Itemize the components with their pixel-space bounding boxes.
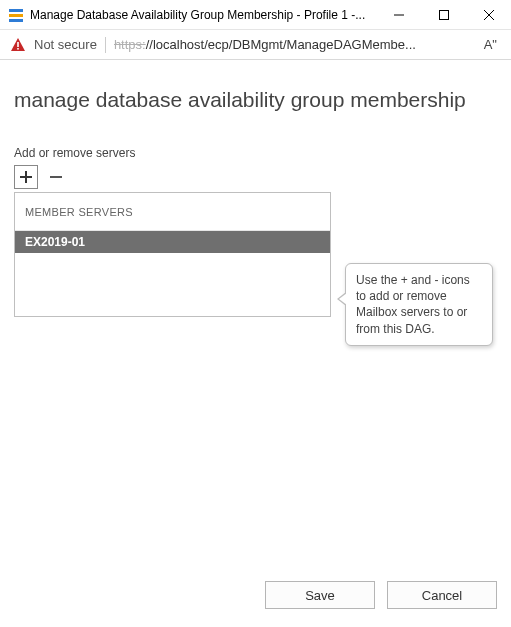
svg-rect-1 [9,14,23,17]
app-icon [8,7,24,23]
remove-server-button[interactable] [44,165,68,189]
window-title: Manage Database Availability Group Membe… [30,8,376,22]
address-bar: Not secure https://localhost/ecp/DBMgmt/… [0,30,511,60]
svg-rect-2 [9,19,23,22]
save-button[interactable]: Save [265,581,375,609]
member-servers-grid: MEMBER SERVERS EX2019-01 [14,192,331,317]
table-row[interactable]: EX2019-01 [15,231,330,253]
address-divider [105,37,106,53]
not-secure-icon [10,37,26,53]
section-label: Add or remove servers [14,146,497,160]
page-title: manage database availability group membe… [14,88,497,112]
url-path: //localhost/ecp/DBMgmt/ManageDAGMembe... [146,37,416,52]
add-server-button[interactable] [14,165,38,189]
url-protocol: https: [114,37,146,52]
url-text[interactable]: https://localhost/ecp/DBMgmt/ManageDAGMe… [114,37,472,52]
window-titlebar: Manage Database Availability Group Membe… [0,0,511,30]
window-close-button[interactable] [466,0,511,30]
not-secure-label: Not secure [34,37,97,52]
svg-rect-4 [439,10,448,19]
page-content: manage database availability group membe… [0,60,511,627]
callout-text: Use the + and - icons to add or remove M… [356,273,470,336]
window-minimize-button[interactable] [376,0,421,30]
reading-view-button[interactable]: A" [480,37,501,52]
grid-header: MEMBER SERVERS [15,193,330,231]
svg-rect-7 [17,42,19,47]
window-maximize-button[interactable] [421,0,466,30]
svg-rect-8 [17,48,19,50]
svg-line-5 [484,10,494,20]
help-callout: Use the + and - icons to add or remove M… [345,263,493,346]
svg-rect-0 [9,9,23,12]
server-toolbar [14,164,497,190]
svg-line-6 [484,10,494,20]
dialog-footer: Save Cancel [265,581,497,609]
grid-body: EX2019-01 [15,231,330,316]
cancel-button[interactable]: Cancel [387,581,497,609]
